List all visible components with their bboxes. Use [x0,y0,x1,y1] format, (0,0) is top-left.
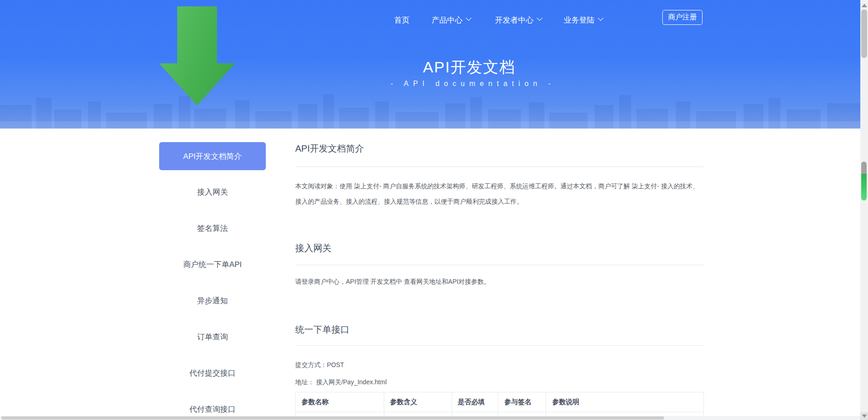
divider [295,345,704,346]
sidebar-item-async-notify[interactable]: 异步通知 [159,296,266,306]
sidebar-item-gateway[interactable]: 接入网关 [159,187,266,197]
submit-method-text: 提交方式：POST [295,361,344,369]
col-header-signed: 参与签名 [498,392,546,412]
main-content: API开发文档简介 本文阅读对象：使用 柒上支付- 商户自服务系统的技术架构师、… [295,0,704,420]
horizontal-scrollbar-track[interactable] [0,416,860,420]
page: 首页 产品中心 开发者中心 业务登陆 商户注册 API开发文档 - API do… [0,0,868,420]
scroll-indicator-gray-cap [861,162,867,174]
sidebar-item-payout-query[interactable]: 代付查询接口 [159,405,266,415]
table-header-row: 参数名称 参数含义 是否必填 参与签名 参数说明 [296,392,704,412]
sidebar-item-api-doc-intro[interactable]: API开发文档简介 [159,142,266,170]
col-header-param-desc: 参数说明 [546,392,704,412]
sidebar-item-unified-order-api[interactable]: 商户统一下单API [159,260,266,270]
divider [295,265,704,265]
col-header-param-meaning: 参数含义 [384,392,452,412]
scrollbar-up-arrow-icon[interactable] [862,4,867,7]
scroll-indicator-green-bar [861,174,867,200]
col-header-param-name: 参数名称 [296,392,384,412]
section-body-gateway: 请登录商户中心，API管理 开发文档中 查看网关地址和API对接参数。 [295,274,704,289]
sidebar-item-signature[interactable]: 签名算法 [159,224,266,234]
gateway-address-text: 地址： 接入网关/Pay_Index.html [295,378,387,387]
section-body-intro: 本文阅读对象：使用 柒上支付- 商户自服务系统的技术架构师、研发工程师、系统运维… [295,178,704,209]
section-heading-gateway: 接入网关 [295,242,331,254]
section-heading-intro: API开发文档简介 [295,143,364,155]
sidebar-item-payout-submit[interactable]: 代付提交接口 [159,368,266,378]
scrollbar-down-arrow-icon[interactable] [862,415,867,418]
scroll-progress-indicator[interactable] [861,162,867,200]
divider [295,167,704,167]
section-heading-unified-order: 统一下单接口 [295,324,349,336]
vertical-scrollbar-thumb[interactable] [861,10,867,58]
col-header-required: 是否必填 [452,392,498,412]
vertical-scrollbar-track[interactable] [860,0,868,420]
sidebar-item-order-query[interactable]: 订单查询 [159,332,266,342]
horizontal-scrollbar-thumb[interactable] [1,416,664,420]
